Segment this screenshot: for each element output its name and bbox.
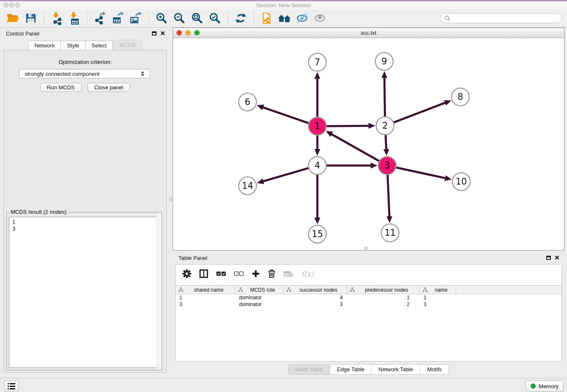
edge-2-9[interactable] [385, 77, 385, 116]
open-session-icon[interactable] [5, 10, 21, 26]
edge-3-1[interactable] [331, 134, 379, 161]
column-header-predecessor-nodes[interactable]: predecessor nodes [347, 286, 420, 294]
search-box[interactable] [440, 13, 562, 23]
table-cell: 3 [176, 301, 235, 307]
node-label: 8 [457, 92, 463, 102]
tab-mcds[interactable]: MCDS [113, 40, 142, 50]
edge-3-11[interactable] [388, 175, 389, 217]
first-neighbors-icon[interactable] [276, 10, 292, 26]
table-cell: 1 [176, 295, 235, 301]
splitter-grip[interactable] [169, 197, 172, 201]
toolbar-separator [228, 11, 228, 25]
node-label: 11 [385, 228, 396, 238]
column-layout-icon[interactable] [199, 269, 208, 278]
table-header-row: shared nameMCDS rolesuccessor nodesprede… [176, 285, 561, 294]
delete-icon[interactable] [268, 269, 275, 278]
toolbar-separator [87, 11, 88, 25]
import-network-icon[interactable] [49, 10, 65, 26]
tab-select[interactable]: Select [85, 41, 113, 50]
toolbar-separator [44, 11, 44, 25]
node-label: 2 [382, 121, 388, 131]
edge-1-6[interactable] [263, 107, 308, 123]
close-panel-button[interactable]: Close panel [88, 83, 130, 92]
refresh-icon[interactable] [233, 10, 249, 26]
table-cell: dominator [235, 295, 284, 301]
tab-node-table[interactable]: Node Table [288, 364, 330, 375]
column-type-icon [350, 287, 355, 292]
float-panel-icon[interactable] [546, 256, 551, 260]
table-cell: 1 [420, 295, 456, 301]
tab-style[interactable]: Style [61, 41, 85, 50]
delete-table-icon [284, 271, 293, 277]
close-panel-icon[interactable] [160, 31, 165, 36]
export-network-icon[interactable] [92, 10, 108, 26]
table-panel-tabs: Node TableEdge TableNetwork TableMotifs [173, 364, 564, 375]
tab-edge-table[interactable]: Edge Table [330, 364, 372, 375]
column-type-icon [286, 287, 291, 292]
task-history-button[interactable] [4, 381, 19, 392]
gear-icon[interactable] [182, 269, 191, 278]
network-window-titlebar[interactable]: × − + scc.txt [173, 28, 564, 38]
memory-button[interactable]: Memory [526, 381, 564, 392]
network-graph[interactable]: 7968124314101511 [173, 38, 564, 250]
control-panel-tabs: NetworkStyleSelectMCDS [0, 41, 170, 50]
table-cell: 3 [420, 301, 456, 307]
import-table-icon[interactable] [66, 10, 83, 26]
zoom-in-icon[interactable] [154, 10, 170, 26]
column-header-name[interactable]: name [420, 286, 456, 294]
export-table-icon[interactable] [110, 10, 126, 26]
column-type-icon [238, 287, 243, 292]
float-panel-icon[interactable] [152, 31, 157, 36]
edge-4-14[interactable] [263, 168, 308, 181]
node-label: 1 [314, 121, 320, 131]
criterion-select[interactable]: strongly connected component [19, 69, 150, 78]
node-label: 15 [312, 229, 323, 239]
save-session-icon[interactable] [23, 10, 39, 26]
select-all-columns-icon[interactable] [216, 271, 226, 276]
window-title: Session: New Session [0, 1, 567, 9]
column-header-successor-nodes[interactable]: successor nodes [284, 286, 347, 294]
search-icon [444, 15, 450, 21]
node-table: f(x) shared nameMCDS rolesuccessor nodes… [175, 264, 562, 362]
table-toolbar: f(x) [176, 265, 561, 283]
node-label: 10 [456, 177, 467, 187]
titlebar: Session: New Session [0, 1, 567, 9]
table-row[interactable]: 3dominator323 [176, 301, 561, 308]
table-row[interactable]: 1dominator411 [176, 294, 561, 301]
mcds-result-text[interactable]: 13 [9, 217, 160, 368]
tab-network-table[interactable]: Network Table [372, 364, 420, 375]
result-scrollbar[interactable] [157, 213, 161, 370]
tab-motifs[interactable]: Motifs [420, 364, 449, 375]
control-panel-title: Control Panel [6, 30, 39, 37]
run-mcds-button[interactable]: Run MCDS [40, 83, 82, 92]
clone-network-icon[interactable] [259, 10, 275, 26]
main-toolbar [0, 9, 567, 28]
zoom-fit-icon[interactable] [189, 10, 205, 26]
edge-2-8[interactable] [394, 103, 446, 123]
toolbar-separator [253, 11, 254, 25]
node-label: 14 [242, 181, 253, 191]
edge-2-3[interactable] [385, 135, 386, 149]
node-label: 3 [384, 160, 390, 171]
edge-1-2[interactable] [327, 126, 369, 126]
column-header-mcds-role[interactable]: MCDS role [235, 286, 284, 294]
optimization-label: Optimization criterion: [4, 59, 166, 65]
table-body: 1dominator4113dominator323 [176, 294, 561, 308]
column-header-shared-name[interactable]: shared name [176, 286, 235, 294]
status-bar: Memory [0, 378, 567, 392]
table-cell: dominator [235, 301, 284, 307]
edge-3-10[interactable] [396, 168, 446, 178]
search-input[interactable] [450, 15, 558, 22]
network-resize-grip[interactable] [364, 247, 368, 250]
close-panel-icon[interactable] [555, 255, 559, 260]
tab-network[interactable]: Network [28, 41, 61, 50]
fx-label: f(x) [301, 270, 314, 278]
zoom-out-icon[interactable] [171, 10, 187, 26]
table-cell: 4 [284, 295, 347, 301]
zoom-selected-icon[interactable] [207, 10, 223, 26]
show-graphics-details-icon[interactable] [294, 10, 310, 26]
network-canvas[interactable]: 7968124314101511 [173, 38, 564, 250]
add-icon[interactable] [252, 270, 260, 278]
export-image-icon[interactable] [128, 10, 144, 26]
unselect-all-columns-icon[interactable] [234, 271, 244, 276]
